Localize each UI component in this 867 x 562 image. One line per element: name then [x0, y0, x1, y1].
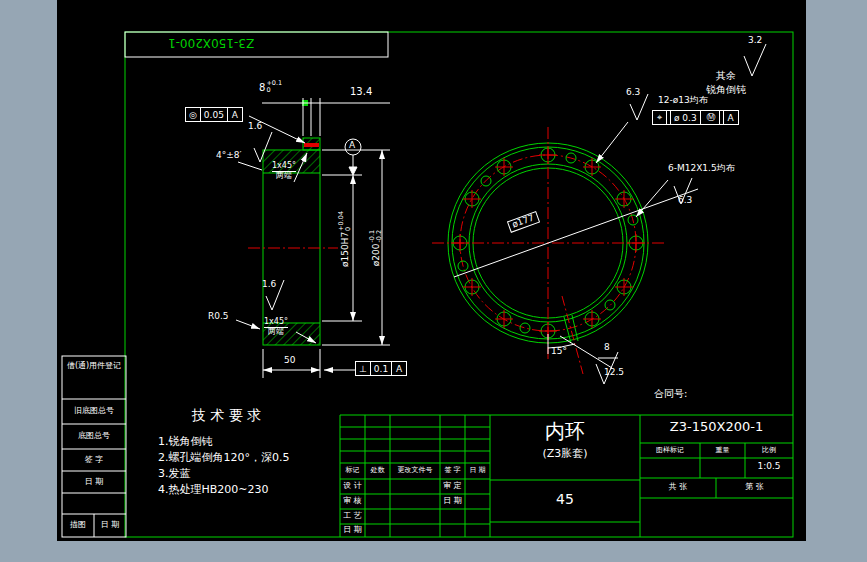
perpendicularity-datum: A [392, 361, 407, 376]
perpendicularity-icon: ⊥ [355, 361, 371, 376]
note-sharp-edges: 锐角倒钝 [706, 84, 746, 95]
tb-header-date: 日 期 [465, 467, 490, 475]
tb-header-sign: 签 字 [440, 467, 465, 475]
tb-row-approve-date: 日 期 [440, 497, 465, 506]
chamfer-places-2: 两端 [264, 327, 288, 337]
tech-requirement-4: 4.热处理HB200~230 [158, 484, 269, 496]
side-cell-old-master-no: 旧底图总号 [63, 407, 125, 416]
chamfer-note-top: 1x45° 两端 [272, 162, 296, 181]
tb-row-approve: 审 定 [440, 482, 465, 491]
concentricity-tolerance: 0.05 [201, 107, 228, 122]
concentricity-datum: A [228, 107, 243, 122]
tb-row-design: 设 计 [340, 482, 365, 491]
roughness-bottom-value: 1.6 [262, 280, 276, 290]
tech-requirement-1: 1.锐角倒钝 [158, 436, 213, 448]
circle-dimensions [454, 44, 766, 384]
chamfer-value-2: 1x45° [264, 318, 288, 327]
side-cell-signature: 签 字 [63, 456, 125, 465]
bolt-holes-callout: 12-ø13均布 [658, 96, 708, 106]
tb-header-weight: 重量 [700, 447, 745, 455]
slot-width-dim: 8 [604, 343, 610, 353]
roughness-default-value: 3.2 [748, 36, 762, 46]
tech-requirement-3: 3.发蓝 [158, 468, 191, 480]
tapped-holes-callout: 6-M12X1.5均布 [668, 164, 735, 174]
concentricity-icon: ◎ [185, 107, 201, 122]
datum-a-label: A [349, 141, 355, 151]
flipped-sheet-title: Z3-150X200-1 [168, 36, 254, 49]
fillet-radius-label: R0.5 [208, 312, 229, 322]
side-cell-reuse-register: 借(通)用件登记 [63, 362, 125, 371]
dim-step-width: 8 +0.10 [259, 80, 282, 94]
chamfer-value: 1x45° [272, 162, 296, 171]
dim-outer-diameter: ø200 -0.1-0.2 [369, 208, 383, 288]
side-cell-tracing-date: 日 期 [95, 521, 125, 530]
roughness-holes-value: 6.3 [626, 88, 640, 98]
roughness-tapped-value: 6.3 [678, 196, 692, 206]
dim-width-13-4: 13.4 [350, 86, 372, 97]
tb-header-scale: 比例 [745, 447, 793, 455]
chamfer-note-bottom: 1x45° 两端 [264, 318, 288, 337]
tech-requirements-title: 技 术 要 求 [192, 408, 261, 423]
position-icon: ⌖ [652, 110, 667, 125]
roughness-slot-value: 12.5 [604, 368, 624, 378]
tb-header-change-doc: 更改文件号 [390, 467, 440, 475]
roughness-top-value: 1.6 [248, 122, 262, 132]
scale-value: 1:0.5 [745, 462, 793, 472]
sheet-number: 第 张 [716, 483, 793, 492]
tb-header-stamp: 图样标记 [640, 447, 700, 455]
drawing-number: Z3-150X200-1 [640, 420, 793, 434]
side-cell-date: 日 期 [63, 478, 125, 487]
mmc-modifier-icon: Ⓜ [704, 110, 720, 125]
chamfer-places: 两端 [272, 171, 296, 181]
sheets-total: 共 张 [640, 483, 716, 492]
tb-row-process: 工 艺 [340, 512, 365, 521]
fcf-concentricity: ◎ 0.05 A [185, 107, 243, 122]
tb-row-check: 审 核 [340, 497, 365, 506]
part-subtitle: (Z3胀套) [490, 448, 640, 460]
fcf-perpendicularity: ⊥ 0.1 A [355, 361, 407, 376]
position-tolerance: ø 0.3 Ⓜ [667, 110, 724, 125]
tb-row-date: 日 期 [340, 526, 365, 535]
fcf-position: ⌖ ø 0.3 Ⓜ A [652, 110, 739, 125]
tb-header-count: 处数 [365, 467, 390, 475]
note-rest: 其余 [716, 70, 736, 81]
tech-requirement-2: 2.螺孔端倒角120°，深0.5 [158, 452, 289, 464]
side-cell-tracing: 描图 [63, 521, 93, 530]
position-datum: A [724, 110, 739, 125]
dim-taper-angle: 4°±8′ [216, 151, 242, 161]
cad-viewport: Z3-150X200-1 借(通)用件登记 旧底图总号 底图总号 签 字 日 期… [0, 0, 867, 562]
material-value: 45 [490, 492, 640, 507]
tb-header-mark: 标记 [340, 467, 365, 475]
dim-length-50: 50 [284, 356, 295, 366]
contract-no-label: 合同号: [654, 388, 687, 399]
side-cell-master-no: 底图总号 [63, 432, 125, 441]
circular-view-geometry [432, 44, 766, 384]
perpendicularity-tolerance: 0.1 [371, 361, 392, 376]
dim-bore-diameter: ø150H7 +0.040 [338, 199, 352, 279]
slot-angle-dim: 15° [551, 347, 567, 357]
part-name: 内环 [490, 420, 640, 442]
side-attachment-blocks [62, 356, 126, 537]
slot [562, 296, 583, 374]
